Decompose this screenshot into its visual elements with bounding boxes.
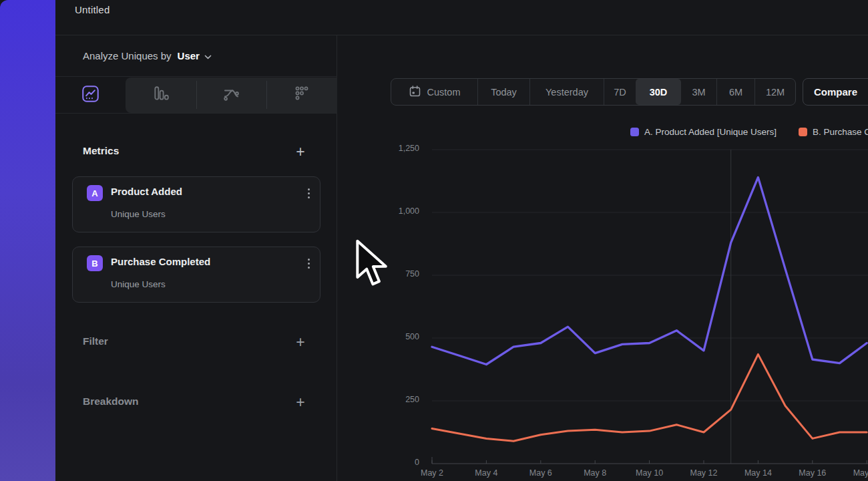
x-axis-label: May 16 (787, 468, 838, 478)
line-chart (337, 140, 868, 481)
top-bar: Untitled (55, 0, 868, 35)
chart-panel: Custom Today Yesterday 7D 30D 3M 6M 12M … (337, 35, 868, 481)
analyze-label: Analyze Uniques by (83, 50, 172, 61)
metric-name: Product Added (111, 186, 182, 197)
range-6m[interactable]: 6M (716, 79, 754, 105)
add-filter-button[interactable]: + (291, 333, 310, 351)
range-12m[interactable]: 12M (754, 79, 795, 105)
line-chart-svg (337, 140, 868, 481)
metric-name: Purchase Completed (111, 256, 210, 267)
metric-badge-b: B (87, 255, 103, 271)
metric-card-b[interactable]: B Purchase Completed Unique Users (72, 247, 320, 303)
y-axis-label: 1,000 (363, 206, 419, 216)
analyze-by-value: User (178, 50, 200, 61)
legend-swatch-purple (630, 128, 639, 136)
x-axis-label: May 12 (678, 468, 729, 478)
range-30d-selected[interactable]: 30D (636, 79, 681, 105)
range-yesterday[interactable]: Yesterday (529, 79, 604, 105)
range-label: 30D (650, 87, 668, 98)
chart-type-tabs (55, 77, 337, 113)
analyze-by-dropdown[interactable]: User (178, 50, 212, 61)
filter-section-title: Filter (83, 335, 108, 347)
range-label: Today (491, 87, 517, 98)
legend-swatch-orange (799, 128, 807, 136)
kebab-menu-icon[interactable] (300, 184, 316, 202)
x-axis-label: May 4 (461, 468, 511, 478)
series-line-a[interactable] (432, 177, 867, 364)
chevron-down-icon (204, 50, 212, 61)
funnel-bars-icon (152, 85, 170, 105)
range-custom[interactable]: Custom (391, 79, 477, 105)
range-label: Yesterday (546, 87, 588, 98)
tab-insights[interactable] (55, 77, 126, 113)
x-axis-label: May 18 (841, 468, 868, 478)
legend-label: A. Product Added [Unique Users] (644, 127, 777, 137)
kebab-menu-icon[interactable] (300, 254, 316, 273)
y-axis-label: 1,250 (363, 144, 419, 153)
x-axis-label: May 8 (570, 468, 620, 478)
add-breakdown-button[interactable]: + (291, 393, 310, 412)
metrics-section-title: Metrics (83, 145, 119, 157)
x-axis-label: May 14 (732, 468, 783, 478)
y-axis-label: 0 (363, 458, 419, 467)
y-axis-label: 500 (363, 332, 419, 341)
chart-legend: A. Product Added [Unique Users] B. Purch… (337, 127, 868, 140)
add-metric-button[interactable]: + (291, 142, 310, 161)
tab-retention[interactable] (266, 77, 337, 113)
metric-badge-a: A (87, 185, 103, 201)
range-label: 12M (766, 87, 785, 98)
query-sidebar: Analyze Uniques by User (55, 35, 337, 481)
analyze-row: Analyze Uniques by User (55, 35, 337, 77)
analytics-insights-screen: Untitled Analyze Uniques by User (0, 0, 868, 481)
breakdown-section-title: Breakdown (83, 395, 139, 408)
insights-line-chart-icon (81, 85, 99, 106)
legend-item-a[interactable]: A. Product Added [Unique Users] (630, 127, 777, 137)
series-line-b[interactable] (432, 354, 867, 441)
metric-measurement-dropdown[interactable]: Unique Users (111, 279, 166, 289)
flows-icon (222, 85, 240, 106)
date-range-control: Custom Today Yesterday 7D 30D 3M 6M 12M (391, 78, 796, 106)
range-label: 7D (614, 87, 626, 98)
report-title[interactable]: Untitled (75, 4, 110, 15)
tab-funnels[interactable] (126, 77, 196, 113)
legend-item-b[interactable]: B. Purchase Completed [Unique Users] (799, 127, 868, 137)
metric-card-a[interactable]: A Product Added Unique Users (72, 176, 320, 232)
y-axis-label: 250 (363, 395, 419, 404)
range-label: 6M (729, 87, 742, 98)
y-axis-label: 750 (363, 269, 419, 279)
left-gradient-panel (0, 0, 55, 481)
retention-dots-icon (293, 85, 310, 105)
range-today[interactable]: Today (477, 79, 529, 105)
x-axis-label: May 10 (624, 468, 675, 478)
range-7d[interactable]: 7D (604, 79, 636, 105)
divider (55, 113, 337, 114)
legend-label: B. Purchase Completed [Unique Users] (813, 127, 868, 137)
range-3m[interactable]: 3M (681, 79, 716, 105)
metric-measurement-dropdown[interactable]: Unique Users (111, 209, 166, 219)
x-axis-label: May 2 (407, 468, 457, 478)
calendar-icon (409, 85, 421, 100)
tab-flows[interactable] (196, 77, 266, 113)
range-label: Custom (427, 87, 461, 98)
range-label: 3M (692, 87, 705, 98)
x-axis-label: May 6 (515, 468, 566, 478)
compare-button[interactable]: Compare (803, 78, 868, 106)
